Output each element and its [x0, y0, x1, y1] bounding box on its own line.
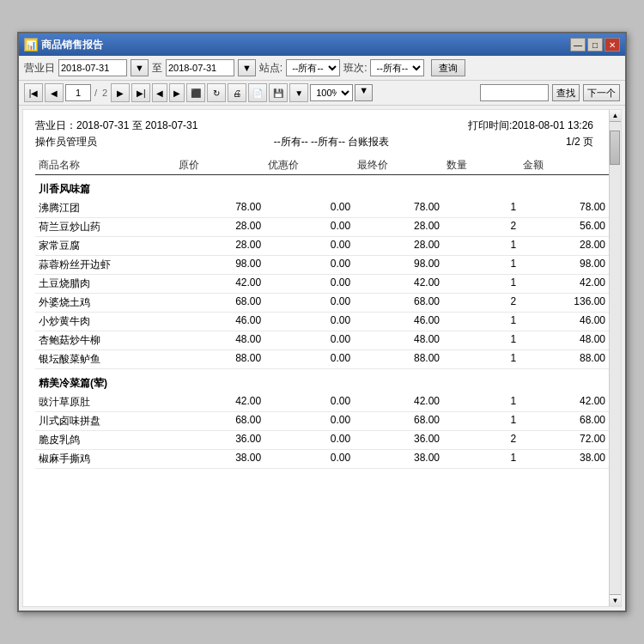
item-discount: 0.00: [264, 412, 354, 431]
item-final: 88.00: [354, 350, 443, 369]
nav-prev-btn[interactable]: ◀: [45, 83, 64, 102]
item-amount: 88.00: [519, 350, 609, 369]
close-button[interactable]: ✕: [605, 38, 620, 52]
item-final: 78.00: [354, 199, 443, 218]
shift-label: 班次:: [343, 61, 367, 76]
station-select[interactable]: --所有--: [286, 59, 340, 76]
restore-button[interactable]: □: [587, 38, 603, 52]
item-qty: 1: [443, 199, 519, 218]
item-amount: 56.00: [519, 218, 609, 237]
shift-select[interactable]: --所有--: [370, 59, 424, 76]
nav-right-controls: 查找 下一个: [480, 84, 620, 101]
item-name: 豉汁草原肚: [35, 393, 175, 412]
item-price: 98.00: [175, 256, 264, 275]
item-price: 28.00: [175, 237, 264, 256]
title-buttons: — □ ✕: [570, 38, 620, 52]
nav-last-btn[interactable]: ▶|: [131, 83, 150, 102]
item-price: 46.00: [175, 313, 264, 331]
scroll-down-btn[interactable]: ▼: [610, 594, 621, 606]
item-amount: 78.00: [519, 199, 609, 218]
page-input[interactable]: [65, 84, 91, 101]
item-name: 外婆烧土鸡: [35, 294, 175, 313]
nav-export-btn[interactable]: 💾: [269, 83, 288, 102]
table-row: 荷兰豆炒山药 28.00 0.00 28.00 2 56.00: [35, 218, 609, 237]
table-row: 川式卤味拼盘 68.00 0.00 68.00 1 68.00: [35, 412, 609, 431]
item-price: 88.00: [175, 350, 264, 369]
nav-fwd-btn[interactable]: ▶: [169, 83, 185, 102]
query-button[interactable]: 查询: [431, 59, 465, 76]
item-discount: 0.00: [264, 350, 354, 369]
page-sep: /: [93, 88, 99, 98]
next-button[interactable]: 下一个: [583, 84, 620, 101]
item-price: 38.00: [175, 450, 264, 469]
nav-other-btn[interactable]: ▼: [289, 83, 308, 102]
window-icon: 📊: [24, 38, 38, 52]
date-to-picker-btn[interactable]: ▼: [238, 59, 256, 76]
date-to-input[interactable]: [166, 59, 234, 76]
item-amount: 42.00: [519, 393, 609, 412]
item-name: 川式卤味拼盘: [35, 412, 175, 431]
item-name: 小炒黄牛肉: [35, 313, 175, 331]
toolbar: 营业日 ▼ 至 ▼ 站点: --所有-- 班次: --所有-- 查询: [19, 56, 625, 81]
col-header-final: 最终价: [354, 156, 443, 175]
nav-bar: |◀ ◀ / 2 ▶ ▶| ◀ ▶ ⬛ ↻ 🖨 📄 💾 ▼ 100% ▼ 查找 …: [19, 81, 625, 106]
item-name: 土豆烧腊肉: [35, 275, 175, 294]
find-input[interactable]: [480, 84, 549, 101]
item-amount: 72.00: [519, 431, 609, 450]
nav-stop-btn[interactable]: ⬛: [186, 83, 205, 102]
col-header-amount: 金额: [519, 156, 609, 175]
item-qty: 2: [443, 218, 519, 237]
title-bar: 📊 商品销售报告 — □ ✕: [19, 33, 625, 56]
category-row: 川香风味篇: [35, 175, 609, 200]
scroll-thumb[interactable]: [610, 131, 620, 165]
nav-first-btn[interactable]: |◀: [24, 83, 43, 102]
nav-back-btn[interactable]: ◀: [152, 83, 167, 102]
item-amount: 28.00: [519, 237, 609, 256]
item-price: 28.00: [175, 218, 264, 237]
item-amount: 48.00: [519, 331, 609, 350]
nav-refresh-btn[interactable]: ↻: [207, 83, 226, 102]
table-row: 椒麻手撕鸡 38.00 0.00 38.00 1 38.00: [35, 450, 609, 469]
category-name: 川香风味篇: [35, 175, 609, 200]
find-button[interactable]: 查找: [552, 84, 580, 101]
item-qty: 1: [443, 331, 519, 350]
item-amount: 38.00: [519, 450, 609, 469]
item-discount: 0.00: [264, 218, 354, 237]
nav-page-setup-btn[interactable]: 📄: [248, 83, 267, 102]
date-to-sep: 至: [152, 61, 162, 76]
report-header: 营业日：2018-07-31 至 2018-07-31 打印时间:2018-08…: [35, 118, 609, 133]
item-price: 68.00: [175, 294, 264, 313]
item-qty: 1: [443, 256, 519, 275]
report-operator: 操作员管理员: [35, 135, 97, 149]
col-header-qty: 数量: [443, 156, 519, 175]
item-final: 42.00: [354, 393, 443, 412]
col-header-discount: 优惠价: [264, 156, 354, 175]
scroll-up-btn[interactable]: ▲: [610, 110, 621, 122]
category-row: 精美冷菜篇(荤): [35, 369, 609, 394]
item-name: 蒜蓉粉丝开边虾: [35, 256, 175, 275]
report-table: 商品名称 原价 优惠价 最终价 数量 金额 川香风味篇 沸腾江团 78.00 0…: [35, 156, 609, 469]
scroll-track: [610, 122, 621, 594]
nav-print-btn[interactable]: 🖨: [228, 83, 246, 102]
item-name: 沸腾江团: [35, 199, 175, 218]
report-center-info: --所有-- --所有-- 台账报表: [97, 135, 566, 149]
date-from-picker-btn[interactable]: ▼: [131, 59, 149, 76]
table-row: 杏鲍菇炒牛柳 48.00 0.00 48.00 1 48.00: [35, 331, 609, 350]
item-amount: 68.00: [519, 412, 609, 431]
nav-next-btn[interactable]: ▶: [111, 83, 130, 102]
date-from-input[interactable]: [58, 59, 127, 76]
zoom-dropdown-btn[interactable]: ▼: [355, 84, 373, 101]
item-final: 46.00: [354, 313, 443, 331]
main-window: 📊 商品销售报告 — □ ✕ 营业日 ▼ 至 ▼ 站点: --所有-- 班次: …: [17, 32, 627, 612]
table-row: 蒜蓉粉丝开边虾 98.00 0.00 98.00 1 98.00: [35, 256, 609, 275]
item-price: 48.00: [175, 331, 264, 350]
item-price: 68.00: [175, 412, 264, 431]
item-final: 48.00: [354, 331, 443, 350]
item-amount: 42.00: [519, 275, 609, 294]
minimize-button[interactable]: —: [570, 38, 586, 52]
zoom-select[interactable]: 100%: [310, 84, 353, 101]
report-date-range: 营业日：2018-07-31 至 2018-07-31: [35, 118, 197, 133]
item-price: 78.00: [175, 199, 264, 218]
col-header-price: 原价: [175, 156, 264, 175]
date-label: 营业日: [24, 61, 55, 76]
